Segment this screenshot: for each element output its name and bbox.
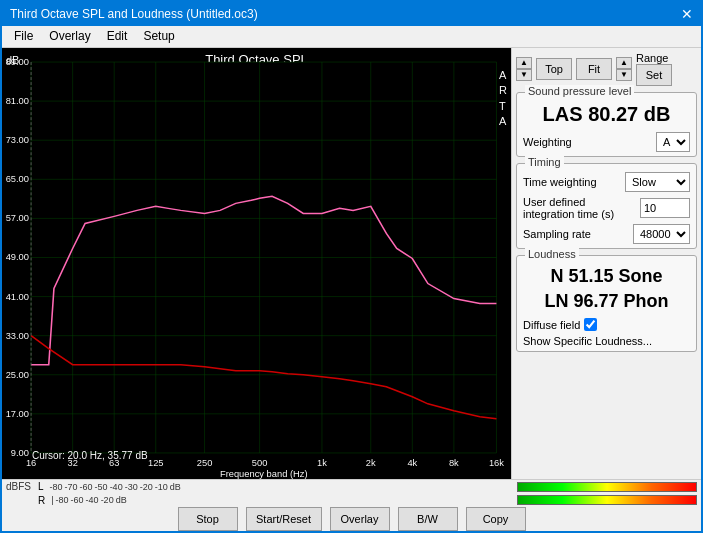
title-bar: Third Octave SPL and Loudness (Untitled.… bbox=[2, 2, 701, 26]
range-up-arrow[interactable]: ▲ bbox=[616, 57, 632, 69]
time-weighting-select[interactable]: Slow Fast Impulse bbox=[625, 172, 690, 192]
chart-area: dB Third Octave SPL ARTA bbox=[2, 48, 511, 479]
range-down-arrow[interactable]: ▼ bbox=[616, 69, 632, 81]
time-weighting-row: Time weighting Slow Fast Impulse bbox=[523, 172, 690, 192]
svg-text:125: 125 bbox=[148, 458, 164, 468]
window-title: Third Octave SPL and Loudness (Untitled.… bbox=[10, 7, 258, 21]
top-button[interactable]: Top bbox=[536, 58, 572, 80]
specific-loudness-label: Show Specific Loudness... bbox=[523, 335, 652, 347]
l-channel-label: L bbox=[38, 481, 44, 492]
stop-button[interactable]: Stop bbox=[178, 507, 238, 531]
diffuse-field-checkbox[interactable] bbox=[584, 318, 597, 331]
timing-section-title: Timing bbox=[525, 156, 564, 168]
svg-text:4k: 4k bbox=[407, 458, 417, 468]
svg-text:Frequency band (Hz): Frequency band (Hz) bbox=[220, 469, 308, 479]
sampling-select[interactable]: 44100 48000 96000 bbox=[633, 224, 690, 244]
menu-bar: File Overlay Edit Setup bbox=[2, 26, 701, 48]
integration-row: User definedintegration time (s) 10 bbox=[523, 196, 690, 220]
svg-text:8k: 8k bbox=[449, 458, 459, 468]
dbfs-label: dBFS bbox=[6, 481, 34, 492]
range-label: Range bbox=[636, 52, 668, 64]
set-button[interactable]: Set bbox=[636, 64, 672, 86]
weighting-select[interactable]: A B C Z bbox=[656, 132, 690, 152]
menu-setup[interactable]: Setup bbox=[135, 28, 182, 45]
top-controls: ▲ ▼ Top Fit ▲ ▼ Range Set bbox=[516, 52, 697, 86]
timing-section: Timing Time weighting Slow Fast Impulse … bbox=[516, 163, 697, 249]
spl-value: LAS 80.27 dB bbox=[523, 103, 690, 126]
loudness-value: N 51.15 Sone LN 96.77 Phon bbox=[523, 264, 690, 314]
r-level-bar-container: | -80 -60 -40 -20 dB bbox=[51, 495, 509, 505]
bottom-bar: dBFS L -80 -70 -60 -50 -40 -30 -20 -10 d… bbox=[2, 479, 701, 531]
cursor-info: Cursor: 20.0 Hz, 35.77 dB bbox=[32, 450, 148, 461]
loudness-section: Loudness N 51.15 Sone LN 96.77 Phon Diff… bbox=[516, 255, 697, 352]
svg-text:49.00: 49.00 bbox=[6, 253, 29, 263]
spl-section-title: Sound pressure level bbox=[525, 85, 634, 97]
svg-text:41.00: 41.00 bbox=[6, 292, 29, 302]
copy-button[interactable]: Copy bbox=[466, 507, 526, 531]
top-arrows: ▲ ▼ bbox=[516, 57, 532, 81]
range-arrows: ▲ ▼ bbox=[616, 57, 632, 81]
sampling-row: Sampling rate 44100 48000 96000 bbox=[523, 224, 690, 244]
dbfs-r-row: R | -80 -60 -40 -20 dB bbox=[2, 494, 701, 508]
spl-section: Sound pressure level LAS 80.27 dB Weight… bbox=[516, 92, 697, 157]
svg-text:57.00: 57.00 bbox=[6, 214, 29, 224]
svg-text:25.00: 25.00 bbox=[6, 370, 29, 380]
time-weighting-label: Time weighting bbox=[523, 176, 597, 188]
chart-svg: 89.00 81.00 73.00 65.00 57.00 49.00 41.0… bbox=[2, 48, 511, 479]
integration-label: User definedintegration time (s) bbox=[523, 196, 614, 220]
fit-button[interactable]: Fit bbox=[576, 58, 612, 80]
svg-text:500: 500 bbox=[252, 458, 268, 468]
r-level-bar bbox=[517, 495, 697, 505]
weighting-row: Weighting A B C Z bbox=[523, 132, 690, 152]
l-level-bar-container: -80 -70 -60 -50 -40 -30 -20 -10 dB bbox=[50, 482, 509, 492]
main-window: Third Octave SPL and Loudness (Untitled.… bbox=[0, 0, 703, 533]
loudness-section-title: Loudness bbox=[525, 248, 579, 260]
overlay-button[interactable]: Overlay bbox=[330, 507, 390, 531]
diffuse-field-row: Diffuse field bbox=[523, 318, 690, 331]
weighting-label: Weighting bbox=[523, 136, 572, 148]
l-level-bar bbox=[517, 482, 697, 492]
svg-text:81.00: 81.00 bbox=[6, 96, 29, 106]
r-channel-label: R bbox=[38, 495, 45, 506]
integration-input[interactable]: 10 bbox=[640, 198, 690, 218]
sampling-label: Sampling rate bbox=[523, 228, 591, 240]
top-down-arrow[interactable]: ▼ bbox=[516, 69, 532, 81]
dbfs-l-row: dBFS L -80 -70 -60 -50 -40 -30 -20 -10 d… bbox=[2, 480, 701, 494]
menu-edit[interactable]: Edit bbox=[99, 28, 136, 45]
close-button[interactable]: ✕ bbox=[681, 7, 693, 21]
specific-loudness-row: Show Specific Loudness... bbox=[523, 335, 690, 347]
main-content: dB Third Octave SPL ARTA bbox=[2, 48, 701, 479]
svg-text:33.00: 33.00 bbox=[6, 331, 29, 341]
diffuse-field-label: Diffuse field bbox=[523, 319, 580, 331]
top-up-arrow[interactable]: ▲ bbox=[516, 57, 532, 69]
bw-button[interactable]: B/W bbox=[398, 507, 458, 531]
svg-text:2k: 2k bbox=[366, 458, 376, 468]
start-reset-button[interactable]: Start/Reset bbox=[246, 507, 322, 531]
svg-text:1k: 1k bbox=[317, 458, 327, 468]
svg-text:89.00: 89.00 bbox=[6, 57, 29, 67]
svg-text:65.00: 65.00 bbox=[6, 174, 29, 184]
svg-text:73.00: 73.00 bbox=[6, 135, 29, 145]
svg-text:17.00: 17.00 bbox=[6, 409, 29, 419]
svg-text:9.00: 9.00 bbox=[11, 448, 29, 458]
menu-file[interactable]: File bbox=[6, 28, 41, 45]
svg-text:250: 250 bbox=[197, 458, 213, 468]
menu-overlay[interactable]: Overlay bbox=[41, 28, 98, 45]
bottom-buttons: Stop Start/Reset Overlay B/W Copy bbox=[2, 507, 701, 531]
svg-text:16k: 16k bbox=[489, 458, 504, 468]
right-panel: ▲ ▼ Top Fit ▲ ▼ Range Set Sound pressure… bbox=[511, 48, 701, 479]
